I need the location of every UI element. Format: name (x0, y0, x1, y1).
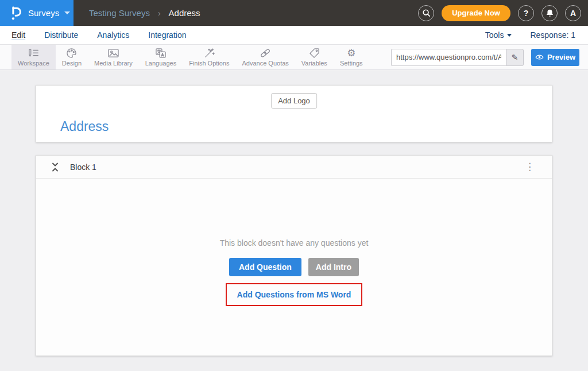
workspace-icon (27, 48, 40, 59)
question-mark-icon: ? (524, 9, 529, 18)
tools-label: Tools (485, 30, 504, 40)
survey-url-input[interactable] (391, 49, 506, 66)
variables-icon (309, 48, 320, 59)
product-name: Surveys (28, 8, 59, 18)
app-header: Surveys Testing Surveys › Address Upgrad… (0, 0, 588, 26)
toolbar-item-finish-options[interactable]: Finish Options (183, 45, 235, 69)
block-title[interactable]: Block 1 (70, 163, 96, 172)
tab-integration[interactable]: Integration (148, 30, 186, 40)
add-question-button[interactable]: Add Question (229, 258, 301, 276)
header-actions: Upgrade Now ? A (418, 0, 588, 26)
chevron-down-icon (507, 34, 512, 37)
toolbar-item-languages[interactable]: Languages (139, 45, 183, 69)
upgrade-now-button[interactable]: Upgrade Now (442, 5, 510, 21)
media-library-icon (107, 48, 119, 59)
languages-icon (155, 48, 167, 59)
add-questions-from-ms-word-link[interactable]: Add Questions from MS Word (237, 290, 351, 299)
block-card: Block 1 ⋮ This block doesn't have any qu… (36, 155, 552, 356)
preview-label: Preview (547, 53, 575, 61)
toolbar-item-media-library[interactable]: Media Library (88, 45, 139, 69)
edit-url-button[interactable]: ✎ (506, 49, 524, 66)
settings-icon: ⚙ (347, 48, 355, 59)
questionpro-logo-icon (10, 6, 22, 21)
bell-icon (546, 9, 554, 18)
product-switcher[interactable]: Surveys (0, 0, 74, 26)
pencil-icon: ✎ (512, 53, 519, 62)
block-body: This block doesn't have any questions ye… (36, 179, 552, 355)
breadcrumb-current: Address (169, 8, 200, 18)
survey-header-card: Add Logo Address (36, 85, 552, 142)
toolbar-item-advance-quotas[interactable]: Advance Quotas (235, 45, 295, 69)
preview-button[interactable]: Preview (531, 49, 579, 66)
avatar[interactable]: A (565, 5, 581, 21)
breadcrumb-separator: › (158, 9, 161, 18)
finish-options-icon (204, 48, 215, 59)
survey-url-group: ✎ (391, 49, 524, 66)
empty-block-message: This block doesn't have any questions ye… (220, 238, 369, 248)
breadcrumb-parent-link[interactable]: Testing Surveys (89, 8, 150, 18)
toolbar-item-workspace[interactable]: Workspace (11, 45, 56, 69)
response-count[interactable]: Response: 1 (530, 30, 575, 40)
add-logo-button[interactable]: Add Logo (271, 93, 317, 109)
survey-title[interactable]: Address (60, 119, 109, 134)
questionpro-editor: Surveys Testing Surveys › Address Upgrad… (0, 0, 588, 371)
tab-edit[interactable]: Edit (11, 30, 25, 40)
ms-word-highlight-box: Add Questions from MS Word (226, 283, 363, 306)
search-button[interactable] (418, 5, 434, 21)
nav-right: Tools Response: 1 (485, 30, 575, 40)
help-button[interactable]: ? (518, 5, 534, 21)
design-icon (66, 48, 77, 59)
avatar-initial: A (570, 9, 576, 18)
survey-canvas: Add Logo Address Block 1 ⋮ This block do… (0, 70, 588, 356)
breadcrumb: Testing Surveys › Address (89, 0, 200, 26)
block-header: Block 1 ⋮ (36, 156, 552, 179)
tab-analytics[interactable]: Analytics (97, 30, 129, 40)
survey-nav: Edit Distribute Analytics Integration To… (0, 26, 588, 45)
chevron-down-icon (64, 11, 70, 14)
toolbar-item-design[interactable]: Design (56, 45, 88, 69)
tab-distribute[interactable]: Distribute (44, 30, 78, 40)
tools-dropdown[interactable]: Tools (485, 30, 512, 40)
notifications-button[interactable] (541, 5, 558, 21)
collapse-block-icon[interactable] (51, 163, 59, 172)
toolbar-item-variables[interactable]: Variables (295, 45, 334, 69)
editor-toolbar: Workspace Design Media Library (0, 45, 588, 70)
block-menu-kebab-icon[interactable]: ⋮ (523, 161, 537, 173)
advance-quotas-icon (260, 48, 271, 59)
search-icon (422, 9, 431, 17)
eye-icon (535, 54, 544, 60)
toolbar-item-settings[interactable]: ⚙ Settings (334, 45, 369, 69)
block-actions: Add Question Add Intro (229, 258, 359, 276)
add-intro-button[interactable]: Add Intro (308, 258, 359, 276)
